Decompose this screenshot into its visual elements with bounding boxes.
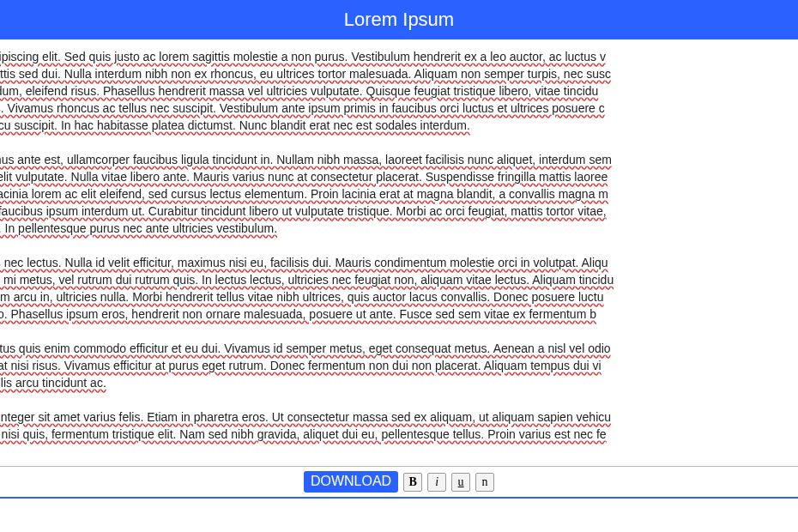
paragraph: acus, ut facilisis eros. Integer sit ame… xyxy=(0,408,798,443)
page-title: Lorem Ipsum xyxy=(344,9,454,30)
download-button[interactable]: DOWNLOAD xyxy=(304,471,398,493)
bottom-toolbar: DOWNLOAD B i u n xyxy=(0,466,798,499)
paragraph: s rhoncus semper quis nec lectus. Nulla … xyxy=(0,254,798,323)
italic-button[interactable]: i xyxy=(427,473,446,492)
paragraph: m neque. Donec id lectus quis enim commo… xyxy=(0,340,798,391)
underline-button[interactable]: u xyxy=(451,473,470,492)
normal-button[interactable]: n xyxy=(475,473,494,492)
bold-button[interactable]: B xyxy=(403,473,422,492)
paragraph: a. Pellentesque maximus ante est, ullamc… xyxy=(0,151,798,237)
paragraph: t amet, consectetur adipiscing elit. Sed… xyxy=(0,48,798,134)
page-header: Lorem Ipsum xyxy=(0,0,798,39)
document-body: t amet, consectetur adipiscing elit. Sed… xyxy=(0,39,798,466)
